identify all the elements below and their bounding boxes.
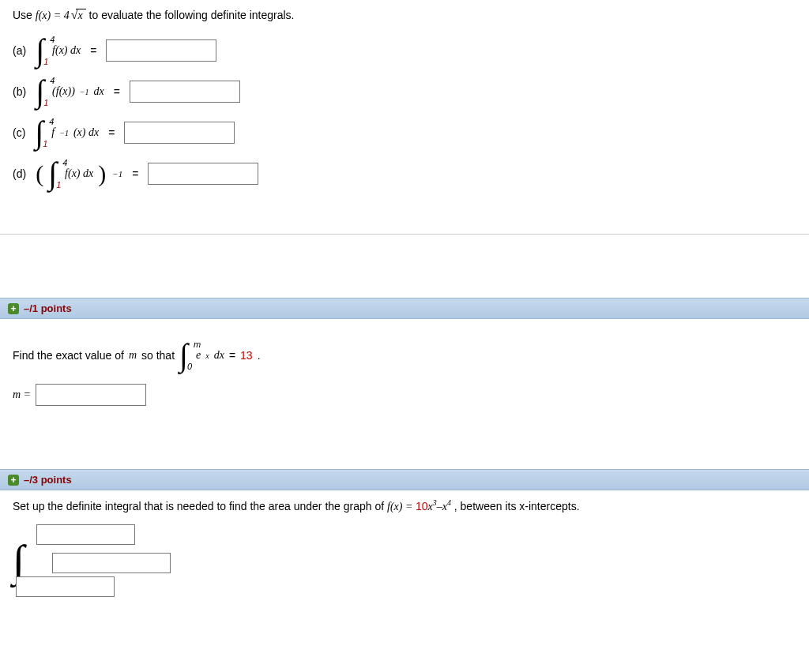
q2-integrand-base: e xyxy=(196,349,201,362)
plus-icon[interactable]: + xyxy=(8,475,19,486)
integral-q2: ∫ m 0 xyxy=(179,343,188,368)
integral-b: ∫ 4 1 xyxy=(36,79,44,104)
int-upper: 4 xyxy=(50,35,55,44)
q2-points: –/1 points xyxy=(24,302,72,314)
question-3: Set up the definite integral that is nee… xyxy=(0,490,809,602)
int-upper: m xyxy=(194,340,201,349)
part-label-b: (b) xyxy=(13,85,26,98)
q3-minus: – xyxy=(437,501,442,512)
q3-prompt: Set up the definite integral that is nee… xyxy=(13,498,796,513)
q1-prompt-prefix: Use xyxy=(13,9,36,21)
integrand-b-pre: (f(x)) xyxy=(52,85,75,98)
upper-limit-box xyxy=(36,524,135,545)
outer-exp-d: −1 xyxy=(112,169,122,178)
q2-eq: = xyxy=(229,349,235,362)
q1-part-d: (d) ( ∫ 4 1 f(x) dx )−1 = xyxy=(13,161,796,186)
integrand-b-post: dx xyxy=(94,85,104,98)
equals-d: = xyxy=(132,167,138,180)
q2-text-mid: so that xyxy=(141,349,175,362)
lower-limit-box xyxy=(16,576,115,597)
spacer xyxy=(0,430,809,469)
lower-limit-input[interactable] xyxy=(16,576,115,597)
q1-part-b: (b) ∫ 4 1 (f(x))−1 dx = xyxy=(13,79,796,104)
points-bar-q2: + –/1 points xyxy=(0,298,809,319)
int-lower: 1 xyxy=(43,98,48,107)
int-upper: 4 xyxy=(62,158,67,167)
integrand-b-exp: −1 xyxy=(80,88,89,96)
int-upper: 4 xyxy=(49,117,54,126)
upper-limit-input[interactable] xyxy=(36,524,135,545)
integral-io: ∫ xyxy=(13,543,24,579)
q3-coef: 10 xyxy=(416,500,428,512)
q2-text-prefix: Find the exact value of xyxy=(13,349,124,362)
spacer xyxy=(0,235,809,298)
answer-input-d[interactable] xyxy=(148,163,258,185)
int-lower: 1 xyxy=(43,57,48,66)
part-label-d: (d) xyxy=(13,167,26,180)
integrand-box xyxy=(52,553,171,573)
int-lower: 1 xyxy=(56,180,61,190)
integral-c: ∫ 4 1 xyxy=(35,120,43,145)
q2-rhs: 13 xyxy=(240,349,253,362)
integrand-a: f(x) dx xyxy=(52,44,81,57)
q2-integrand-post: dx xyxy=(214,349,224,362)
answer-input-m[interactable] xyxy=(36,384,146,406)
q2-integrand-exp: x xyxy=(205,351,209,360)
question-2: Find the exact value of m so that ∫ m 0 … xyxy=(0,319,809,430)
equals-b: = xyxy=(114,85,120,98)
points-bar-q3: + –/3 points xyxy=(0,469,809,490)
part-label-a: (a) xyxy=(13,44,26,57)
q2-var: m xyxy=(129,349,137,362)
q1-prompt-suffix: to evaluate the following definite integ… xyxy=(89,9,295,21)
q1-part-a: (a) ∫ 4 1 f(x) dx = xyxy=(13,38,796,63)
question-1: Use f(x) = 4x to evaluate the following … xyxy=(0,0,809,210)
integral-a: ∫ 4 1 xyxy=(36,38,44,63)
q1-prompt: Use f(x) = 4x to evaluate the following … xyxy=(13,8,796,22)
q3-points: –/3 points xyxy=(24,474,72,486)
integrand-input[interactable] xyxy=(52,553,171,573)
integrand-c-pre: f xyxy=(51,126,55,139)
q2-answer-row: m = xyxy=(13,384,796,406)
int-upper: 4 xyxy=(50,76,55,85)
q2-period: . xyxy=(258,349,261,362)
plus-icon[interactable]: + xyxy=(8,303,19,314)
q3-text-suffix: , between its x-intercepts. xyxy=(454,500,580,512)
integrand-c-post: (x) dx xyxy=(73,126,99,139)
q3-t2-exp: 4 xyxy=(447,498,451,507)
answer-input-a[interactable] xyxy=(106,39,216,62)
integrand-d: f(x) dx xyxy=(65,167,93,180)
answer-input-b[interactable] xyxy=(130,81,240,103)
sqrt-icon: x xyxy=(70,8,86,22)
right-paren-icon: ) xyxy=(98,164,106,183)
q3-fx-lhs: f(x) = xyxy=(387,501,416,512)
part-label-c: (c) xyxy=(13,126,25,139)
integrand-c-exp: −1 xyxy=(59,129,69,137)
left-paren-icon: ( xyxy=(36,164,43,183)
q2-answer-label: m = xyxy=(13,389,31,401)
q2-prompt-row: Find the exact value of m so that ∫ m 0 … xyxy=(13,343,796,368)
int-lower: 0 xyxy=(187,362,192,371)
equals-a: = xyxy=(90,44,96,57)
q1-part-c: (c) ∫ 4 1 f−1(x) dx = xyxy=(13,120,796,145)
integral-d: ∫ 4 1 xyxy=(48,161,57,186)
q1-fx: f(x) = 4 xyxy=(36,9,70,21)
q3-text-prefix: Set up the definite integral that is nee… xyxy=(13,500,387,512)
equals-c: = xyxy=(108,126,115,139)
int-lower: 1 xyxy=(43,139,47,148)
answer-input-c[interactable] xyxy=(124,122,235,144)
